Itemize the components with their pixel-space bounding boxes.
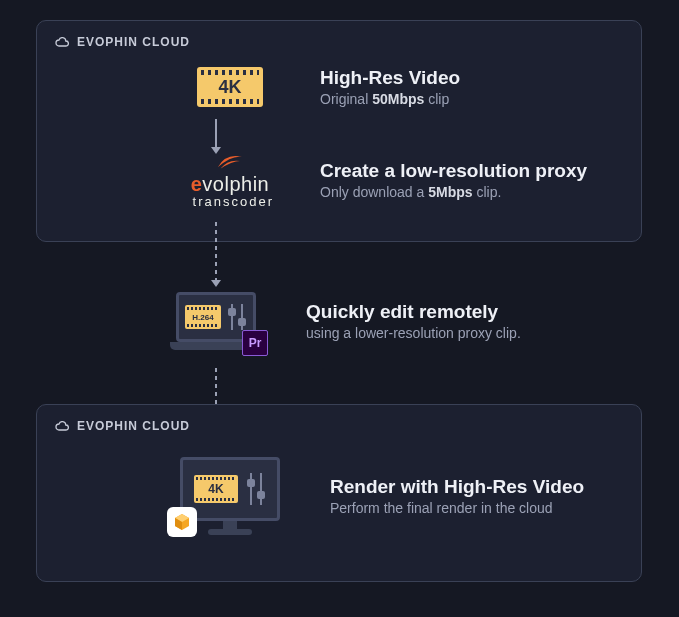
- step4-text: Render with High-Res Video Perform the f…: [330, 476, 584, 516]
- monitor-4k-label: 4K: [208, 482, 223, 496]
- step-row-3: H.264 Pr Quickly edit remotely using a l…: [166, 292, 521, 350]
- step4-subtitle: Perform the final render in the cloud: [330, 500, 584, 516]
- monitor-film-4k-icon: 4K: [194, 475, 238, 503]
- step1-title: High-Res Video: [320, 67, 460, 89]
- transcoder-brand: evolphin: [180, 173, 280, 196]
- swoosh-icon: [216, 151, 244, 173]
- transcoder-sub: transcoder: [180, 194, 280, 209]
- cloud-label: EVOPHIN CLOUD: [55, 35, 623, 49]
- step2-title: Create a low-resolution proxy: [320, 160, 587, 182]
- step4-title: Render with High-Res Video: [330, 476, 584, 498]
- step4-icon-col: 4K: [170, 457, 290, 535]
- film-4k-label: 4K: [218, 77, 241, 98]
- cloud-label-text-2: EVOPHIN CLOUD: [77, 419, 190, 433]
- step-row-1: 4K High-Res Video Original 50Mbps clip: [180, 67, 623, 107]
- step2-text: Create a low-resolution proxy Only downl…: [320, 160, 587, 200]
- cloud-icon: [55, 37, 69, 47]
- step1-subtitle: Original 50Mbps clip: [320, 91, 460, 107]
- cube-badge-icon: [167, 507, 197, 537]
- step1-text: High-Res Video Original 50Mbps clip: [320, 67, 460, 107]
- sliders-icon: [227, 302, 247, 332]
- cloud-label-text: EVOPHIN CLOUD: [77, 35, 190, 49]
- monitor-icon: 4K: [175, 457, 285, 535]
- sliders-icon-2: [246, 471, 266, 507]
- step2-subtitle: Only download a 5Mbps clip.: [320, 184, 587, 200]
- cloud-panel-top: EVOPHIN CLOUD 4K High-Res Video Original…: [36, 20, 642, 242]
- step3-icon-col: H.264 Pr: [166, 292, 266, 350]
- film-4k-icon: 4K: [197, 67, 263, 107]
- laptop-icon: H.264 Pr: [170, 292, 262, 350]
- step2-icon-col: evolphin transcoder: [180, 151, 280, 209]
- step1-icon-col: 4K: [180, 67, 280, 107]
- cloud-icon: [55, 421, 69, 431]
- step-row-2: evolphin transcoder Create a low-resolut…: [180, 151, 623, 209]
- cloud-label-2: EVOPHIN CLOUD: [55, 419, 623, 433]
- step3-subtitle: using a lower-resolution proxy clip.: [306, 325, 521, 341]
- codec-label: H.264: [192, 313, 213, 322]
- step3-title: Quickly edit remotely: [306, 301, 521, 323]
- mini-film-icon: H.264: [185, 305, 221, 329]
- cloud-panel-bottom: EVOPHIN CLOUD 4K: [36, 404, 642, 582]
- premiere-badge-icon: Pr: [242, 330, 268, 356]
- step-row-4: 4K: [170, 457, 623, 535]
- step3-text: Quickly edit remotely using a lower-reso…: [306, 301, 521, 341]
- transcoder-logo: evolphin transcoder: [180, 151, 280, 209]
